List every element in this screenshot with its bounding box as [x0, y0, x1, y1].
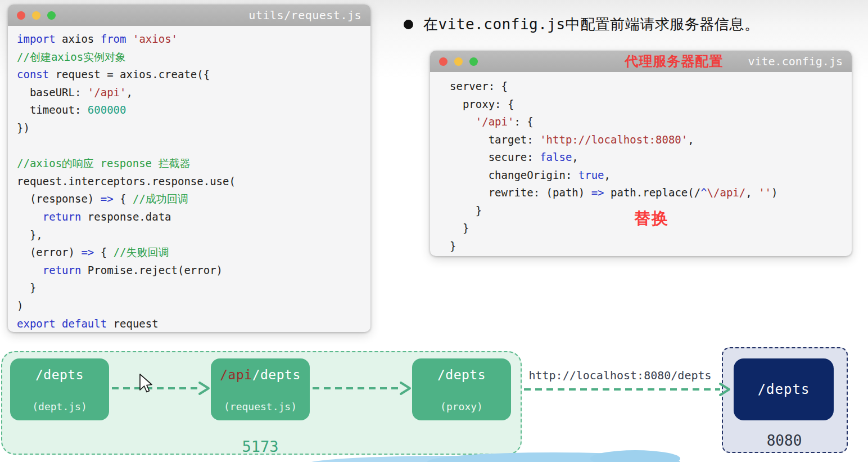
code-line: //创建axios实例对象 [17, 48, 370, 66]
code-token: 'axios' [133, 33, 178, 45]
bullet-icon [404, 20, 413, 29]
code-token: changeOrigin: [450, 169, 578, 181]
node-depts-backend: /depts [734, 358, 834, 420]
zoom-button-icon[interactable] [469, 57, 478, 66]
code-token: path.replace(/ [604, 186, 701, 199]
code-token: return [43, 210, 82, 223]
minimize-button-icon[interactable] [454, 57, 463, 66]
code-token: ) [771, 186, 777, 199]
code-token: , [126, 86, 132, 98]
code-line: changeOrigin: true, [450, 167, 852, 185]
code-line: }) [17, 119, 370, 137]
code-token: } [450, 240, 456, 252]
code-token: axios [56, 33, 101, 45]
zoom-button-icon[interactable] [47, 11, 56, 20]
code-token: default [62, 317, 107, 330]
code-token: rewrite: (path) [450, 186, 591, 199]
close-button-icon[interactable] [439, 57, 447, 66]
code-token: , [572, 151, 578, 163]
code-line: //axios的响应 response 拦截器 [17, 155, 370, 173]
code-token: 'http://localhost:8080' [540, 133, 688, 146]
code-token: server: { [450, 80, 508, 92]
code-token: => [101, 192, 114, 205]
code-line: server: { [450, 78, 852, 96]
node-label: /api/depts [220, 367, 300, 382]
port-8080-label: 8080 [742, 432, 826, 449]
node-label: /depts [758, 382, 810, 397]
code-token: }) [17, 122, 30, 134]
code-token: request [107, 317, 159, 330]
code-token: import [17, 33, 56, 45]
code-line: (error) => { //失败回调 [17, 244, 370, 262]
code-line: } [17, 279, 370, 297]
label-token: /depts [437, 367, 486, 382]
code-line: import axios from 'axios' [17, 30, 370, 48]
node-sublabel: (request.js) [224, 401, 297, 412]
code-token: false [540, 151, 572, 163]
code-line: (response) => { //成功回调 [17, 190, 370, 208]
node-sublabel: (proxy) [440, 401, 483, 412]
code-token: request.interceptors.response.use( [17, 175, 236, 187]
code-token: } [17, 281, 36, 294]
code-line: target: 'http://localhost:8080', [450, 131, 852, 149]
close-button-icon[interactable] [17, 11, 25, 20]
code-token: } [450, 204, 482, 217]
bullet-text: 在vite.config.js中配置前端请求服务器信息。 [423, 15, 759, 34]
code-token: return [43, 264, 82, 276]
label-token: /depts [252, 367, 301, 382]
node-label: /depts [35, 367, 84, 382]
code-token: (response) [17, 192, 101, 205]
code-token: target: [450, 133, 540, 146]
page: utils/request.js import axios from 'axio… [0, 0, 868, 462]
node-api-depts: /api/depts (request.js) [211, 358, 310, 420]
code-token: export [17, 317, 56, 330]
code-token [126, 33, 132, 45]
code-line: request.interceptors.response.use( [17, 173, 370, 191]
code-line [17, 137, 370, 155]
code-token: { [114, 192, 133, 205]
code-token: ) [17, 299, 23, 312]
node-label: /depts [437, 367, 486, 382]
code-line: export default request [17, 315, 370, 333]
code-token: //axios的响应 response 拦截器 [17, 157, 190, 169]
code-area: import axios from 'axios'//创建axios实例对象co… [8, 26, 370, 333]
label-token: /depts [35, 367, 84, 382]
code-line: ) [17, 297, 370, 315]
label-token: /api [220, 367, 252, 382]
code-line: secure: false, [450, 149, 852, 167]
code-line: const request = axios.create({ [17, 66, 370, 84]
code-line: return response.data [17, 208, 370, 226]
request-url-label: http://localhost:8080/depts [523, 369, 717, 382]
code-token: 600000 [88, 104, 126, 116]
blue-highlight-blob [590, 450, 680, 462]
proxy-config-label: 代理服务器配置 [625, 52, 723, 70]
left-code-window: utils/request.js import axios from 'axio… [8, 5, 370, 332]
code-token: => [81, 246, 94, 258]
window-title: utils/request.js [248, 8, 361, 22]
code-line: } [450, 237, 852, 255]
code-token: //成功回调 [133, 192, 188, 205]
minimize-button-icon[interactable] [32, 11, 40, 20]
request-arrow-3 [524, 384, 729, 395]
code-line: baseURL: '/api', [17, 84, 370, 102]
code-token: } [450, 222, 469, 234]
code-token: response.data [81, 210, 171, 223]
window-titlebar: 代理服务器配置 vite.config.js [430, 51, 852, 72]
code-line: }, [17, 226, 370, 244]
port-5173-label: 5173 [224, 438, 297, 455]
code-token: Promise.reject(error) [81, 264, 223, 276]
window-title: vite.config.js [748, 55, 843, 68]
code-token: '' [758, 186, 771, 199]
code-token [450, 115, 476, 128]
code-token: from [101, 33, 126, 45]
node-depts-proxy: /depts (proxy) [412, 358, 511, 420]
code-token: , [604, 169, 611, 181]
code-token: //创建axios实例对象 [17, 51, 126, 63]
code-token: //失败回调 [114, 246, 169, 258]
code-token: timeout: [17, 104, 88, 116]
window-titlebar: utils/request.js [8, 5, 370, 26]
code-token [56, 317, 62, 330]
code-line: proxy: { [450, 96, 852, 114]
code-token: , [745, 186, 758, 199]
replace-annotation: 替换 [634, 208, 669, 230]
